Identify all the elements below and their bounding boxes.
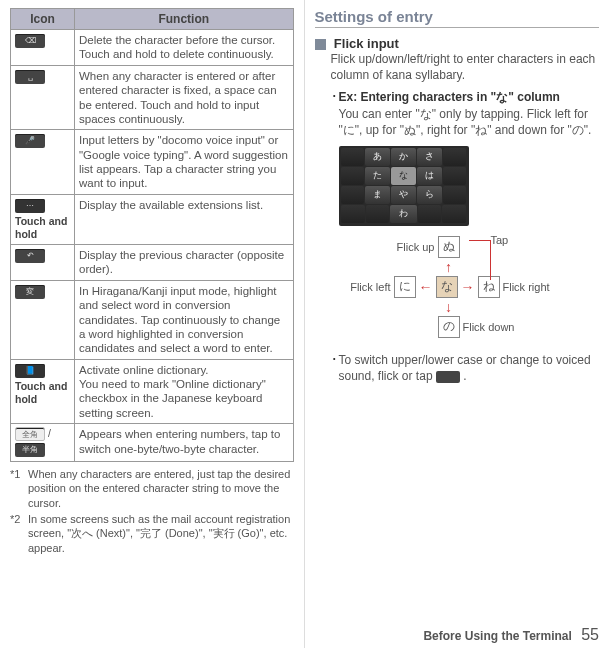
touch-hold-label: Touch and hold [15,380,70,406]
flick-down-char: の [438,316,460,338]
kbd-key: や [391,186,416,204]
kbd-side-key [443,148,466,166]
func-text: Delete the character before the cursor. … [75,30,294,66]
tap-label: Tap [491,234,509,246]
func-text: In Hiragana/Kanji input mode, highlight … [75,280,294,359]
touch-hold-label: Touch and hold [15,215,70,241]
tap-pointer-line [469,240,491,280]
kbd-side-key [341,148,364,166]
kbd-side-key [366,205,390,223]
arrow-up-icon: ↑ [438,259,460,275]
icon-function-table: Icon Function ⌫ Delete the character bef… [10,8,294,462]
kbd-side-key [341,205,365,223]
table-row: 📘 Touch and hold Activate online diction… [11,359,294,424]
func-text: Appears when entering numbers, tap to sw… [75,424,294,462]
func-text: Display the previous character (opposite… [75,245,294,281]
keyboard-preview: あ か さ た な は ま や ら わ [339,146,469,226]
bullet-icon: ･ [331,89,339,138]
kbd-side-key [443,167,466,185]
func-text: Display the available extensions list. [75,194,294,244]
kbd-key: ま [365,186,390,204]
flick-diagram: Tap Flick up ぬ ↑ Flick left に ← な → ね Fl… [339,234,559,340]
kbd-key: あ [365,148,390,166]
flick-center-char: な [436,276,458,298]
flick-input-heading: Flick input [334,36,399,51]
kbd-key: さ [417,148,442,166]
func-text: Activate online dictionary. You need to … [75,359,294,424]
kbd-key: ら [417,186,442,204]
func-text: When any character is entered or after e… [75,65,294,130]
kbd-side-key [443,186,466,204]
kbd-key-highlighted: な [391,167,416,185]
kbd-side-key [418,205,442,223]
table-row: 🎤 Input letters by "docomo voice input" … [11,130,294,195]
table-row: ⋯ Touch and hold Display the available e… [11,194,294,244]
convert-key-icon: 変 [15,285,45,299]
dictionary-key-icon: 📘 [15,364,45,378]
case-key-icon [436,371,460,383]
flick-up-char: ぬ [438,236,460,258]
page-footer: Before Using the Terminal 55 [423,626,599,644]
kbd-side-key [442,205,466,223]
table-row: 変 In Hiragana/Kanji input mode, highligh… [11,280,294,359]
table-row: ↶ Display the previous character (opposi… [11,245,294,281]
footnotes: *1 When any characters are entered, just… [10,467,294,555]
example-body: You can enter "な" only by tapping. Flick… [339,106,600,138]
byte-key-icon-1: 全角 [15,427,45,441]
switch-case-text: To switch upper/lower case or change to … [339,352,600,384]
page-number: 55 [581,626,599,643]
func-text: Input letters by "docomo voice input" or… [75,130,294,195]
table-row: ␣ When any character is entered or after… [11,65,294,130]
kbd-key: は [417,167,442,185]
th-function: Function [75,9,294,30]
footnote-mark: *2 [10,512,28,555]
footer-section: Before Using the Terminal [423,629,571,643]
space-key-icon: ␣ [15,70,45,84]
prev-char-key-icon: ↶ [15,249,45,263]
section-title: Settings of entry [315,8,600,28]
flick-left-label: Flick left [347,281,393,293]
arrow-down-icon: ↓ [438,299,460,315]
kbd-side-key [341,167,364,185]
flick-left-char: に [394,276,416,298]
footnote-text: When any characters are entered, just ta… [28,467,294,510]
footnote-text: In some screens such as the mail account… [28,512,294,555]
flick-up-label: Flick up [367,241,437,253]
flick-right-label: Flick right [501,281,551,293]
kbd-side-key [341,186,364,204]
kbd-key: た [365,167,390,185]
voice-key-icon: 🎤 [15,134,45,148]
bullet-icon: ･ [331,352,339,384]
table-row: ⌫ Delete the character before the cursor… [11,30,294,66]
flick-down-label: Flick down [461,321,531,333]
square-bullet-icon [315,39,326,50]
kbd-key: か [391,148,416,166]
th-icon: Icon [11,9,75,30]
delete-key-icon: ⌫ [15,34,45,48]
switch-case-prefix: To switch upper/lower case or change to … [339,353,591,383]
byte-key-icon-2: 半角 [15,443,45,457]
arrow-left-icon: ← [417,276,435,298]
flick-input-block: Flick input Flick up/down/left/right to … [315,36,600,384]
footnote-mark: *1 [10,467,28,510]
flick-desc: Flick up/down/left/right to enter charac… [331,51,600,83]
example-title: Ex: Entering characters in "な" column [339,89,600,105]
kbd-key: わ [390,205,416,223]
extensions-key-icon: ⋯ [15,199,45,213]
table-row: 全角 / 半角 Appears when entering numbers, t… [11,424,294,462]
